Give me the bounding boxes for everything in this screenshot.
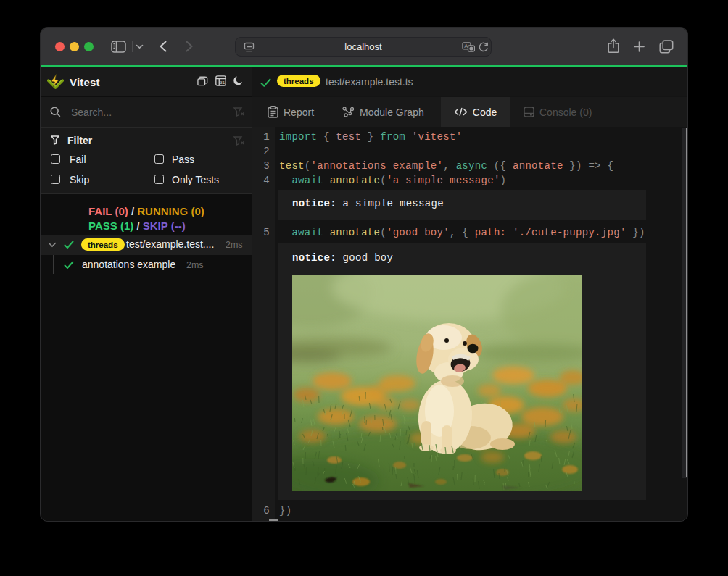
svg-text:31: 31 [220, 80, 225, 85]
svg-text:A: A [464, 43, 468, 49]
